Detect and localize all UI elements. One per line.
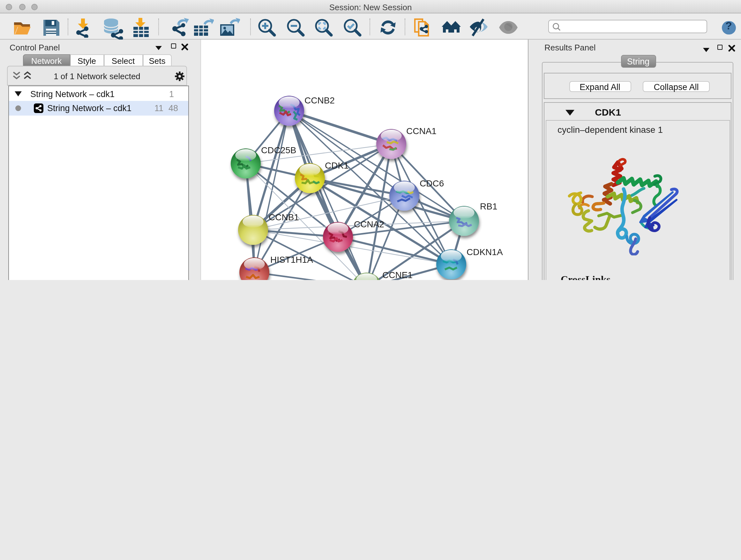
svg-text:CCNB2: CCNB2: [305, 96, 335, 105]
svg-text:CCNB1: CCNB1: [269, 212, 299, 222]
svg-text:CDC6: CDC6: [420, 179, 444, 188]
svg-text:CDC25B: CDC25B: [261, 145, 296, 155]
svg-text:CCNE1: CCNE1: [382, 270, 413, 280]
svg-text:CCNA2: CCNA2: [354, 219, 384, 229]
svg-text:CCNA1: CCNA1: [406, 126, 436, 136]
svg-text:CDK1: CDK1: [325, 161, 349, 171]
svg-text:HIST1H1A: HIST1H1A: [270, 255, 313, 265]
svg-text:RB1: RB1: [480, 201, 497, 211]
svg-text:CDKN1A: CDKN1A: [467, 247, 503, 257]
